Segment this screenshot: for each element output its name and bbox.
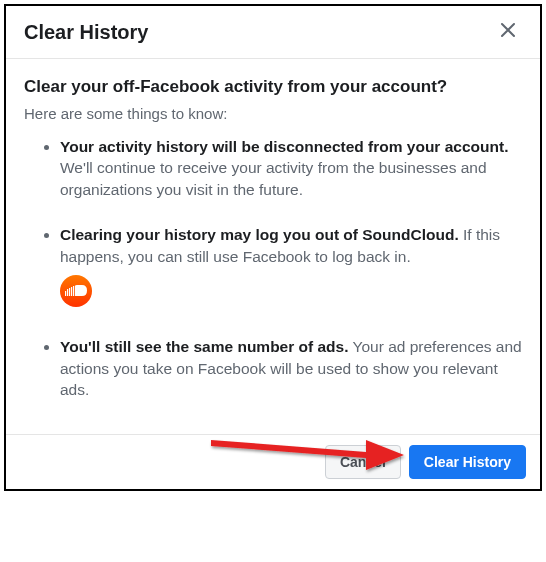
dialog-body: Clear your off-Facebook activity from yo… bbox=[6, 59, 540, 434]
svg-rect-0 bbox=[65, 291, 66, 296]
list-item-text: We'll continue to receive your activity … bbox=[60, 159, 487, 197]
svg-rect-1 bbox=[67, 289, 68, 296]
list-item-bold: You'll still see the same number of ads. bbox=[60, 338, 349, 355]
svg-rect-4 bbox=[73, 286, 74, 296]
soundcloud-icon bbox=[60, 275, 92, 307]
list-item-bold: Your activity history will be disconnect… bbox=[60, 138, 508, 155]
list-item: Clearing your history may log you out of… bbox=[60, 224, 522, 312]
svg-rect-2 bbox=[69, 288, 70, 296]
dialog-header: Clear History bbox=[6, 6, 540, 59]
body-subtext: Here are some things to know: bbox=[24, 105, 522, 122]
clear-history-button[interactable]: Clear History bbox=[409, 445, 526, 479]
close-icon[interactable] bbox=[494, 20, 522, 44]
clear-history-dialog: Clear History Clear your off-Facebook ac… bbox=[4, 4, 542, 491]
cancel-button[interactable]: Cancel bbox=[325, 445, 401, 479]
list-item-bold: Clearing your history may log you out of… bbox=[60, 226, 459, 243]
info-list: Your activity history will be disconnect… bbox=[24, 136, 522, 400]
list-item: You'll still see the same number of ads.… bbox=[60, 336, 522, 400]
svg-rect-3 bbox=[71, 287, 72, 296]
dialog-title: Clear History bbox=[24, 21, 149, 44]
list-item: Your activity history will be disconnect… bbox=[60, 136, 522, 200]
body-heading: Clear your off-Facebook activity from yo… bbox=[24, 77, 522, 97]
dialog-footer: Cancel Clear History bbox=[6, 434, 540, 489]
